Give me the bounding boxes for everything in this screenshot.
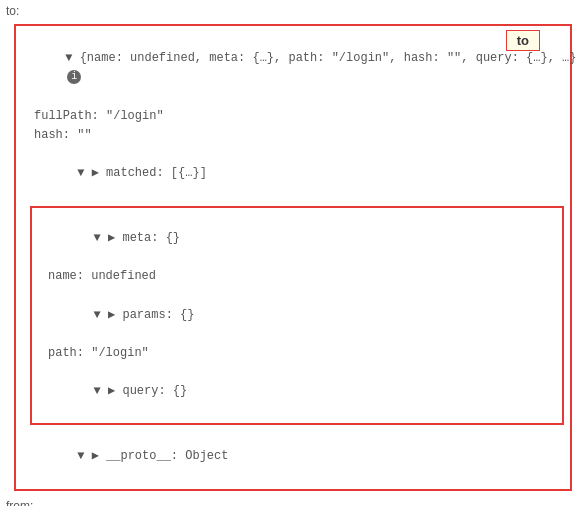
to-inner-query[interactable]: ▶ query: {} <box>36 363 558 421</box>
to-inner-name: name: undefined <box>36 267 558 286</box>
to-section: to {name: undefined, meta: {…}, path: "/… <box>14 24 572 491</box>
to-inner-box: ▶ meta: {} name: undefined ▶ params: {} … <box>30 206 564 425</box>
to-meta-arrow[interactable] <box>94 231 108 245</box>
to-expand-arrow[interactable] <box>65 51 79 65</box>
to-annotation: to <box>506 30 540 51</box>
to-main-object[interactable]: {name: undefined, meta: {…}, path: "/log… <box>22 30 564 107</box>
to-inner-meta[interactable]: ▶ meta: {} <box>36 210 558 268</box>
to-query-arrow[interactable] <box>94 384 108 398</box>
to-matched-arrow[interactable] <box>77 166 91 180</box>
to-proto-arrow[interactable] <box>77 449 91 463</box>
to-section-wrapper: to: to {name: undefined, meta: {…}, path… <box>0 0 586 491</box>
to-inner-path: path: "/login" <box>36 344 558 363</box>
to-inner-params[interactable]: ▶ params: {} <box>36 286 558 344</box>
to-fullpath: fullPath: "/login" <box>22 107 564 126</box>
from-label: from: <box>6 499 580 506</box>
to-matched[interactable]: ▶ matched: [{…}] <box>22 145 564 203</box>
to-hash: hash: "" <box>22 126 564 145</box>
to-proto[interactable]: ▶ __proto__: Object <box>22 428 564 486</box>
to-label: to: <box>6 4 580 18</box>
from-section-wrapper: from: from {name: null, meta: {…}, path:… <box>0 497 586 506</box>
info-badge-to[interactable]: i <box>67 70 81 84</box>
to-params-arrow[interactable] <box>94 308 108 322</box>
